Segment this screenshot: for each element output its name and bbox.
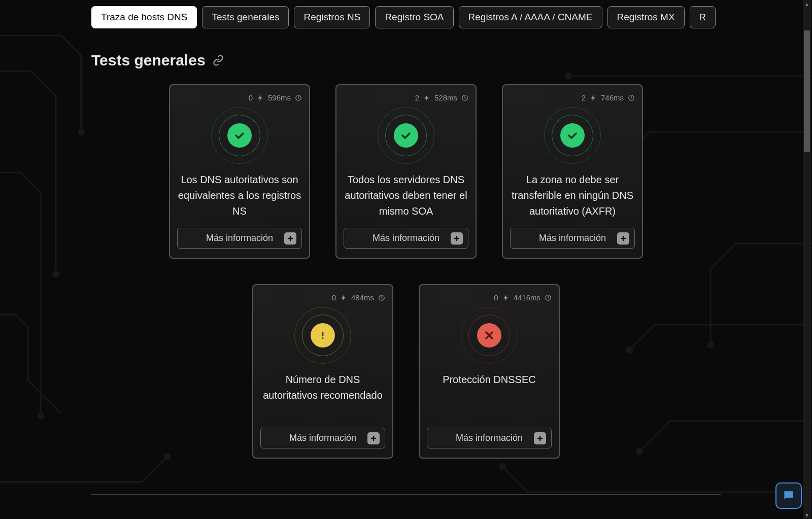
test-card: 0 4416ms Protección DNSSEC Más informaci… — [419, 284, 560, 459]
more-info-button[interactable]: Más información — [427, 428, 552, 448]
card-count: 0 — [332, 293, 336, 302]
scroll-up-arrow[interactable]: ▲ — [803, 0, 811, 8]
test-card: 2 746ms La zona no debe ser transferible… — [502, 84, 643, 259]
chat-button[interactable] — [775, 482, 802, 509]
plus-icon — [284, 232, 296, 245]
section-header: Tests generales — [91, 52, 721, 69]
card-count: 2 — [415, 93, 419, 102]
card-count: 0 — [494, 293, 498, 302]
card-time: 484ms — [351, 293, 374, 302]
test-card: 0 484ms Número de DNS autoritativos reco… — [252, 284, 393, 459]
tab-registros-a-aaaa-cname[interactable]: Registros A / AAAA / CNAME — [459, 6, 602, 28]
card-meta: 2 746ms — [582, 93, 635, 102]
plus-icon — [617, 232, 629, 245]
plus-icon — [534, 432, 546, 444]
card-meta: 2 528ms — [415, 93, 468, 102]
card-title: Protección DNSSEC — [443, 372, 535, 421]
bolt-icon — [590, 94, 597, 101]
card-count: 2 — [582, 93, 586, 102]
scroll-thumb[interactable] — [804, 30, 810, 152]
status-indicator — [376, 105, 436, 166]
more-info-label: Más información — [539, 233, 606, 244]
test-card: 0 596ms Los DNS autoritativos son equiva… — [169, 84, 310, 259]
tab-bar: Traza de hosts DNS Tests generales Regis… — [91, 0, 721, 34]
card-title: Los DNS autoritativos son equivalentes a… — [177, 172, 302, 221]
card-time: 4416ms — [514, 293, 540, 302]
clock-icon — [295, 94, 302, 101]
status-indicator — [292, 305, 353, 366]
status-warn-icon — [311, 323, 335, 348]
card-meta: 0 596ms — [249, 93, 302, 102]
tab-traza-hosts-dns[interactable]: Traza de hosts DNS — [91, 6, 197, 28]
section-title: Tests generales — [91, 52, 206, 69]
card-time: 596ms — [268, 93, 291, 102]
section-divider — [91, 494, 721, 495]
card-time: 746ms — [601, 93, 624, 102]
card-title: Número de DNS autoritativos recomendado — [260, 372, 385, 421]
status-ok-icon — [394, 123, 418, 148]
more-info-button[interactable]: Más información — [260, 428, 385, 448]
more-info-label: Más información — [373, 233, 439, 244]
status-ok-icon — [560, 123, 585, 148]
link-icon[interactable] — [213, 55, 224, 66]
tab-registro-soa[interactable]: Registro SOA — [375, 6, 453, 28]
bolt-icon — [340, 294, 347, 301]
card-time: 528ms — [434, 93, 457, 102]
card-count: 0 — [249, 93, 253, 102]
more-info-button[interactable]: Más información — [344, 228, 468, 249]
card-title: La zona no debe ser transferible en ning… — [510, 172, 635, 221]
clock-icon — [461, 94, 468, 101]
clock-icon — [628, 94, 635, 101]
svg-point-20 — [322, 337, 323, 339]
status-ok-icon — [227, 123, 252, 148]
clock-icon — [378, 294, 385, 301]
more-info-label: Más información — [206, 233, 273, 244]
bolt-icon — [423, 94, 430, 101]
tab-overflow[interactable]: R — [690, 6, 716, 28]
tab-registros-ns[interactable]: Registros NS — [294, 6, 370, 28]
card-meta: 0 484ms — [332, 293, 385, 302]
scroll-down-arrow[interactable]: ▼ — [803, 511, 811, 519]
test-card: 2 528ms Todos los servidores DNS autorit… — [335, 84, 477, 259]
status-err-icon — [477, 323, 501, 348]
bolt-icon — [502, 294, 510, 301]
more-info-button[interactable]: Más información — [510, 228, 635, 249]
chat-icon — [782, 489, 795, 502]
bolt-icon — [257, 94, 264, 101]
status-indicator — [209, 105, 270, 166]
plus-icon — [451, 232, 463, 245]
svg-rect-21 — [322, 332, 324, 336]
status-indicator — [542, 105, 603, 166]
vertical-scrollbar[interactable]: ▲ ▼ — [803, 0, 811, 519]
tab-registros-mx[interactable]: Registros MX — [607, 6, 685, 28]
card-meta: 0 4416ms — [494, 293, 552, 302]
more-info-button[interactable]: Más información — [177, 228, 302, 249]
more-info-label: Más información — [456, 433, 523, 443]
status-indicator — [459, 305, 520, 366]
plus-icon — [367, 432, 380, 444]
cards-grid: 0 596ms Los DNS autoritativos son equiva… — [91, 84, 721, 459]
more-info-label: Más información — [289, 433, 356, 443]
tab-tests-generales[interactable]: Tests generales — [202, 6, 289, 28]
card-title: Todos los servidores DNS autoritativos d… — [344, 172, 468, 221]
clock-icon — [545, 294, 552, 301]
